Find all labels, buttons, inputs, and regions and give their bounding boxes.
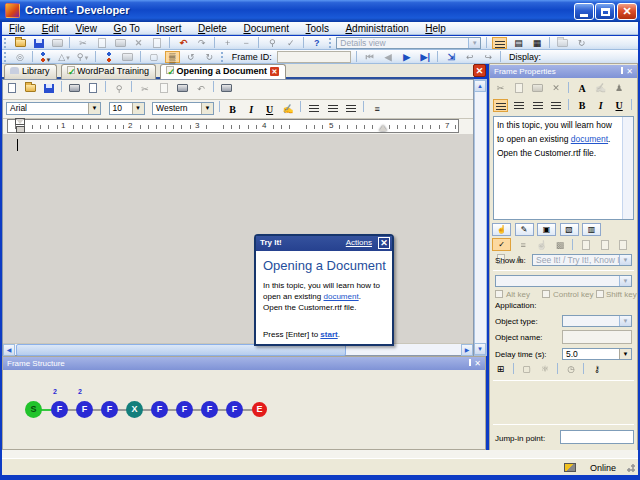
menu-file[interactable]: File — [2, 22, 32, 34]
document-link[interactable]: document — [571, 134, 608, 144]
view-split-horizontal-button[interactable]: ▤ — [511, 37, 526, 49]
frame-id-field[interactable] — [277, 51, 351, 63]
horizontal-scrollbar[interactable]: ◀ ▶ — [3, 343, 473, 355]
scroll-down-icon[interactable]: ▼ — [474, 343, 486, 355]
document-link[interactable]: document — [324, 292, 359, 301]
frame-structure-titlebar[interactable]: Frame Structure ✕ — [3, 357, 485, 370]
menu-insert[interactable]: Insert — [149, 22, 188, 34]
screen-mode-button[interactable]: ▣ — [537, 223, 556, 236]
tabgroup-close-button[interactable]: ✕ — [473, 64, 486, 77]
close-button[interactable]: ✕ — [617, 3, 637, 20]
maximize-button[interactable] — [595, 3, 615, 20]
open-button[interactable] — [13, 37, 28, 49]
highlight-button[interactable]: ▒ — [165, 51, 180, 63]
toolbar-grip[interactable] — [329, 38, 332, 48]
font-name-combo[interactable]: Arial ▼ — [6, 102, 101, 115]
jump-in-point-field[interactable] — [560, 430, 634, 444]
charset-combo[interactable]: Western ▼ — [152, 102, 214, 115]
menu-delete[interactable]: Delete — [191, 22, 234, 34]
start-link[interactable]: start — [320, 330, 337, 339]
next-frame-button[interactable]: ▶ — [399, 51, 414, 63]
scroll-left-icon[interactable]: ◀ — [3, 344, 15, 356]
tab-wordpad-training[interactable]: ✓WordPad Training — [61, 64, 156, 79]
help-button[interactable]: ? — [309, 37, 324, 49]
bold-button[interactable]: B — [575, 99, 590, 112]
align-justify-button[interactable] — [549, 99, 564, 112]
dialog-header[interactable]: Try It! Actions ✕ — [256, 236, 392, 251]
align-right-button[interactable] — [344, 102, 359, 117]
bold-button[interactable]: B — [225, 102, 240, 117]
indent-marker-left[interactable] — [16, 119, 23, 133]
frame-node-start[interactable]: S — [25, 401, 42, 418]
paste-special-button[interactable] — [219, 82, 234, 97]
frame-properties-titlebar[interactable]: Frame Properties ✕ — [490, 65, 637, 78]
menu-tools[interactable]: Tools — [299, 22, 336, 34]
document-edit-area[interactable] — [3, 134, 473, 343]
add-frame-button[interactable]: ▥ — [582, 223, 601, 236]
align-left-button[interactable] — [493, 99, 508, 112]
delay-time-combo[interactable]: 5.0 ▼ — [562, 348, 632, 360]
font-size-combo[interactable]: 10 ▼ — [109, 102, 145, 115]
frame-node[interactable]: F — [76, 401, 93, 418]
new-document-button[interactable] — [4, 82, 19, 97]
tab-library[interactable]: Library — [4, 64, 57, 79]
frame-node[interactable]: F — [201, 401, 218, 418]
pin-icon[interactable] — [469, 359, 471, 368]
minimize-button[interactable] — [574, 3, 594, 20]
scroll-right-icon[interactable]: ▶ — [461, 344, 473, 356]
menu-view[interactable]: View — [68, 22, 104, 34]
bullet-list-button[interactable]: ≡ — [370, 102, 385, 117]
text-scrollbar[interactable] — [622, 117, 633, 219]
font-color-button[interactable]: ✍ — [281, 102, 296, 117]
select-frames-button[interactable]: ⊞ — [493, 363, 508, 376]
insert-frame-menu-button[interactable]: ▼ — [39, 51, 54, 63]
link-frames-button[interactable] — [102, 51, 117, 63]
underline-button[interactable]: U — [262, 102, 277, 117]
menu-goto[interactable]: Go To — [106, 22, 147, 34]
menu-help[interactable]: Help — [418, 22, 453, 34]
vertical-scrollbar[interactable]: ▲ ▼ — [474, 79, 487, 356]
view-details-button[interactable] — [492, 37, 507, 49]
last-frame-button[interactable]: ▶| — [418, 51, 433, 63]
frame-node[interactable]: F — [51, 401, 68, 418]
open-document-button[interactable] — [23, 82, 38, 97]
goto-frame-button[interactable]: ⇲ — [444, 51, 459, 63]
edit-mode-button[interactable]: ✎ — [515, 223, 534, 236]
toolbar-grip[interactable] — [4, 38, 7, 48]
ruler[interactable]: 1 2 3 4 5 6 7 — [7, 119, 459, 133]
panel-close-icon[interactable]: ✕ — [474, 359, 481, 368]
scroll-up-icon[interactable]: ▲ — [474, 80, 486, 92]
tab-opening-a-document[interactable]: ✓Opening a Document✕ — [160, 64, 286, 79]
print-preview-button[interactable] — [86, 82, 101, 97]
save-document-button[interactable] — [41, 82, 56, 97]
tab-close-icon[interactable]: ✕ — [270, 67, 279, 76]
pointer-mode-button[interactable]: ☝ — [492, 223, 511, 236]
print-document-button[interactable] — [67, 82, 82, 97]
menu-edit[interactable]: Edit — [35, 22, 66, 34]
panel-close-icon[interactable]: ✕ — [626, 67, 633, 76]
view-split-vertical-button[interactable]: ▦ — [529, 37, 544, 49]
align-left-button[interactable] — [307, 102, 322, 117]
indent-marker-right[interactable] — [379, 125, 387, 131]
key-button[interactable]: ⚷ — [590, 363, 605, 376]
menu-document[interactable]: Document — [236, 22, 296, 34]
actions-link[interactable]: Actions — [346, 238, 372, 247]
undo-button[interactable]: ↶ — [176, 37, 191, 49]
italic-button[interactable]: I — [593, 99, 608, 112]
align-center-button[interactable] — [325, 102, 340, 117]
save-button[interactable] — [31, 37, 46, 49]
frame-node[interactable]: F — [101, 401, 118, 418]
frame-node-end[interactable]: E — [252, 402, 267, 417]
verify-action-button[interactable]: ✓ — [492, 238, 511, 251]
italic-button[interactable]: I — [244, 102, 259, 117]
frame-node[interactable]: F — [151, 401, 168, 418]
underline-button[interactable]: U — [612, 99, 627, 112]
menu-administration[interactable]: Administration — [338, 22, 415, 34]
frame-text-editor[interactable]: In this topic, you will learn how to ope… — [493, 116, 634, 220]
align-right-button[interactable] — [530, 99, 545, 112]
screen-action-button[interactable]: ▧ — [560, 223, 579, 236]
align-center-button[interactable] — [512, 99, 527, 112]
resize-grip[interactable] — [624, 461, 636, 473]
frame-node[interactable]: F — [176, 401, 193, 418]
toolbar-grip[interactable] — [4, 52, 7, 62]
